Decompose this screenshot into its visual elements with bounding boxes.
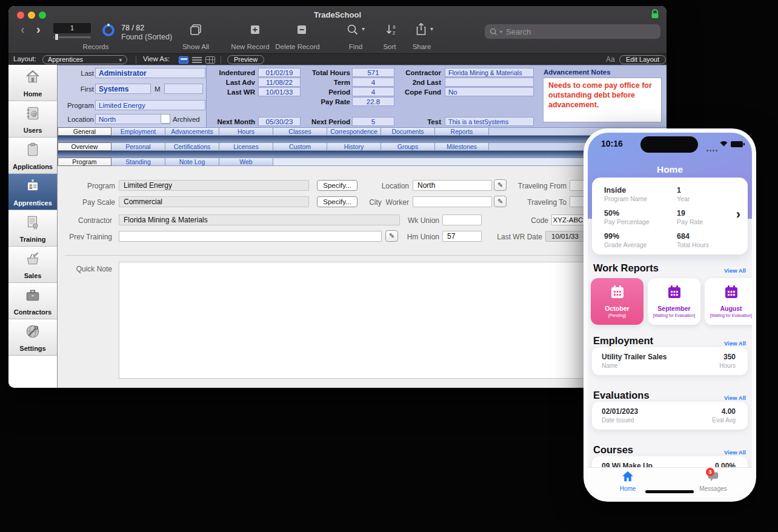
tab-general[interactable]: General — [58, 127, 111, 136]
evaluations-view-all[interactable]: View All — [724, 394, 746, 401]
tab-classes[interactable]: Classes — [273, 127, 327, 136]
new-record-icon[interactable] — [248, 23, 262, 36]
record-slider-thumb[interactable] — [55, 33, 59, 41]
tab-custom[interactable]: Custom — [273, 142, 327, 151]
sort-icon[interactable]: a z — [384, 23, 399, 36]
middle-initial-field[interactable] — [164, 84, 203, 94]
tab-documents[interactable]: Documents — [381, 127, 435, 136]
tab-reports[interactable]: Reports — [435, 127, 489, 136]
program-specify-button[interactable]: Specify... — [317, 180, 357, 191]
form-program-field[interactable]: Limited Energy — [119, 180, 309, 191]
form-contractor-field[interactable]: Florida Mining & Materials — [119, 214, 400, 225]
find-button[interactable]: Find — [339, 43, 373, 50]
form-location-field[interactable]: North — [413, 180, 492, 191]
last-wr-date-field[interactable]: 10/01/33 — [545, 231, 585, 242]
advancement-notes-field[interactable]: Needs to come pay office for outstanding… — [543, 78, 662, 122]
tab-web[interactable]: Web — [219, 158, 273, 166]
hm-union-field[interactable]: 57 — [442, 231, 482, 242]
tab-standing[interactable]: Standing — [111, 158, 165, 166]
share-button[interactable]: Share — [405, 43, 439, 50]
work-report-card-october[interactable]: October (Pending) — [591, 278, 643, 325]
tab-history[interactable]: History — [327, 142, 381, 151]
search-scope-chevron-icon[interactable]: ▾ — [500, 29, 502, 35]
share-icon[interactable] — [414, 22, 428, 36]
preview-button[interactable]: Preview — [227, 55, 264, 64]
second-last-field[interactable] — [445, 78, 534, 87]
sidebar-item-apprentices[interactable]: Apprentices — [8, 174, 57, 210]
formatting-bar-icon[interactable]: Aa — [606, 55, 615, 64]
chevron-right-icon[interactable]: › — [736, 207, 740, 222]
test-field[interactable]: This is a testSystems — [445, 117, 534, 126]
mobile-app-preview: 10:16 Home Inside Program Name 1 Year 50… — [584, 128, 756, 502]
previous-record-button[interactable]: ‹ — [21, 23, 25, 35]
tab-licenses[interactable]: Licenses — [219, 142, 273, 151]
show-all-icon[interactable] — [189, 23, 202, 36]
phone-tab-home[interactable]: Home — [610, 471, 646, 492]
tab-groups[interactable]: Groups — [381, 142, 435, 151]
code-field[interactable]: XYZ-ABC — [551, 214, 585, 225]
quick-note-field[interactable] — [119, 262, 585, 379]
employment-view-all[interactable]: View All — [724, 340, 746, 347]
layout-dropdown[interactable]: Apprentices ▾ — [42, 55, 127, 64]
last-name-field[interactable]: Administrator — [95, 68, 205, 78]
courses-view-all[interactable]: View All — [724, 449, 746, 456]
location-field[interactable]: North — [95, 114, 170, 124]
tab-certifications[interactable]: Certifications — [165, 142, 219, 151]
share-chevron-icon[interactable]: ▾ — [430, 25, 433, 32]
employment-row[interactable]: Utility Trailer Sales Name 350 Hours — [592, 347, 748, 375]
search-input[interactable] — [505, 27, 656, 37]
program-field[interactable]: Limited Energy — [95, 100, 205, 110]
wk-union-field[interactable] — [442, 214, 482, 225]
tab-hours[interactable]: Hours — [219, 127, 273, 136]
tab-program[interactable]: Program — [58, 158, 111, 166]
tab-overview[interactable]: Overview — [58, 142, 111, 151]
apprentice-summary-card[interactable]: Inside Program Name 1 Year 50% Pay Perce… — [592, 178, 748, 254]
cope-fund-field[interactable]: No — [445, 87, 534, 96]
sidebar-item-settings[interactable]: Settings — [8, 319, 57, 356]
find-chevron-icon[interactable]: ▾ — [362, 25, 365, 32]
evaluation-row[interactable]: 02/01/2023 Date Issued 4.00 Eval Avg — [592, 402, 748, 430]
record-slider-track[interactable] — [53, 36, 91, 38]
pay-rate-field[interactable]: 22.8 — [352, 97, 394, 106]
tab-correspondence[interactable]: Correspondence — [327, 127, 381, 136]
new-record-button[interactable]: New Record — [224, 43, 276, 50]
work-report-card-september[interactable]: September [Waiting for Evaluation] — [648, 278, 700, 325]
search-field[interactable]: ▾ — [485, 24, 660, 39]
prev-training-field[interactable] — [119, 231, 382, 242]
show-all-button[interactable]: Show All — [171, 43, 220, 50]
sidebar-item-users[interactable]: @ Users — [8, 101, 57, 138]
contractor-field[interactable]: Florida Mining & Materials — [445, 68, 534, 77]
view-table-button[interactable] — [205, 56, 215, 64]
sidebar-item-contractors[interactable]: Contractors — [8, 283, 57, 319]
phone-tab-messages[interactable]: 3 Messages — [695, 471, 731, 492]
first-name-field[interactable]: Systems — [95, 84, 151, 94]
work-reports-view-all[interactable]: View All — [724, 267, 746, 274]
tab-note-log[interactable]: Note Log — [165, 158, 219, 166]
view-list-button[interactable] — [192, 56, 202, 64]
sort-button[interactable]: Sort — [373, 43, 407, 50]
found-progress-ring[interactable] — [102, 24, 115, 36]
tab-employment[interactable]: Employment — [111, 127, 165, 136]
view-form-button[interactable] — [179, 56, 188, 64]
home-indicator[interactable] — [645, 490, 694, 493]
location-edit-button[interactable]: ✎ — [494, 179, 507, 191]
next-record-button[interactable]: › — [36, 23, 41, 35]
record-number-display[interactable]: 1 — [53, 23, 91, 33]
find-icon[interactable] — [346, 23, 359, 36]
tab-milestones[interactable]: Milestones — [435, 142, 489, 151]
sidebar-item-home[interactable]: Home — [8, 65, 57, 101]
tab-advancements[interactable]: Advancements — [165, 127, 219, 136]
delete-record-icon[interactable] — [295, 23, 308, 36]
pay-scale-field[interactable]: Commercial — [119, 196, 309, 207]
edit-layout-button[interactable]: Edit Layout — [619, 55, 666, 64]
tab-personal[interactable]: Personal — [111, 142, 165, 151]
archived-checkbox[interactable] — [161, 114, 170, 124]
sidebar-item-training[interactable]: Training — [8, 210, 57, 247]
city-worker-field[interactable] — [413, 196, 492, 207]
sidebar-item-sales[interactable]: Sales — [8, 247, 57, 283]
city-worker-edit-button[interactable]: ✎ — [494, 196, 507, 207]
sidebar-item-applications[interactable]: Applications — [8, 138, 57, 174]
delete-record-button[interactable]: Delete Record — [270, 43, 325, 50]
pay-scale-specify-button[interactable]: Specify... — [317, 196, 357, 207]
work-report-card-august[interactable]: August [Waiting for Evaluation] — [705, 278, 752, 325]
